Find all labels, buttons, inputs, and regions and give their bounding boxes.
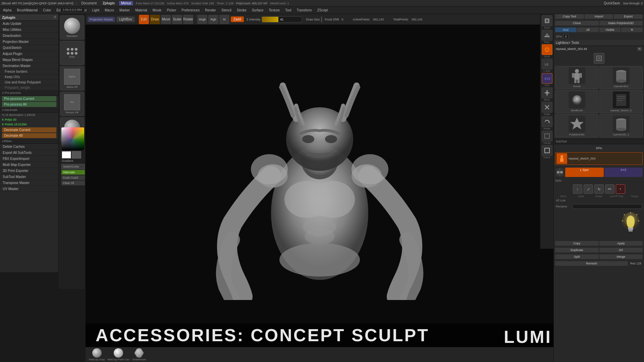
menu-menus[interactable]: Menus xyxy=(119,1,133,5)
menu-alpha[interactable]: Alpha xyxy=(1,8,13,12)
copy-tool-btn[interactable]: Copy Tool xyxy=(555,14,584,19)
menu-stroke[interactable]: Stroke xyxy=(235,8,248,12)
menu-zplugin[interactable]: Zplugin xyxy=(101,1,116,5)
menu-brush[interactable]: BrushMaterial xyxy=(15,8,40,12)
rotate-icon-btn[interactable] xyxy=(542,116,552,127)
menu-zscript[interactable]: ZScript xyxy=(316,8,330,12)
quicksave-btn[interactable]: QuickSave xyxy=(602,1,622,5)
main-viewport[interactable] xyxy=(86,25,553,347)
split-btn[interactable]: Split xyxy=(555,254,599,259)
menu-transform[interactable]: Transform xyxy=(295,8,314,12)
frame-icon-btn[interactable] xyxy=(542,145,552,156)
rename-input[interactable] xyxy=(572,204,642,209)
polypaint-weight[interactable]: Polypaint_weight xyxy=(0,85,58,90)
menu-document[interactable]: Document xyxy=(79,1,98,5)
goz-btn[interactable]: GoZ xyxy=(555,27,577,32)
lightbox-tools-label[interactable]: Lightbox> Tools xyxy=(554,40,644,46)
menu-preferences[interactable]: Preferences xyxy=(180,8,201,12)
switch-color-btn[interactable]: SwitchColor xyxy=(61,164,85,169)
export-all-subtools[interactable]: Export All SubTools xyxy=(0,150,58,156)
menu-marker[interactable]: Marker xyxy=(118,8,131,12)
texture-off-brush[interactable]: Tex Texture Off xyxy=(60,92,84,116)
left-projection-master[interactable]: Projection Master xyxy=(0,39,58,45)
visible-btn[interactable]: Visible xyxy=(599,27,621,32)
tool-thumb-repseal[interactable]: repseal_Sketch_0 xyxy=(599,90,643,113)
pre-process-current-btn[interactable]: Pre-process Current xyxy=(2,96,56,101)
tool-thumb-cylinder[interactable]: Cylinder3D1 xyxy=(599,66,643,89)
tool-thumb-skinbrush[interactable]: S SkinBrush xyxy=(555,90,598,113)
clone-btn[interactable]: Clone xyxy=(555,21,599,25)
scoll-icon-btn[interactable] xyxy=(542,44,552,55)
z-intensity-slider[interactable]: 41 xyxy=(262,16,302,22)
transpose-master[interactable]: Transpose Master xyxy=(0,180,58,186)
dots-brush[interactable]: Dots xyxy=(60,41,84,65)
standard-brush[interactable]: Standard xyxy=(60,15,84,40)
subtool-toggle-btn[interactable]: SPix xyxy=(556,146,642,150)
import-btn[interactable]: Import xyxy=(585,14,613,19)
alternate-btn[interactable]: Alternate xyxy=(61,170,85,175)
projection-master-btn[interactable]: Projection Master xyxy=(88,17,115,22)
left-adjust-plugin[interactable]: Adjust Plugin xyxy=(0,51,58,57)
keep-uvs[interactable]: Keep UVs xyxy=(0,74,58,80)
scroll-icon-btn[interactable] xyxy=(542,15,552,26)
menu-light[interactable]: Light xyxy=(91,8,101,12)
tool-thumb-cylinder2[interactable]: Cylinder3D_1 xyxy=(599,114,643,137)
move-icon[interactable]: ↕ xyxy=(573,184,582,194)
zplugin-refresh-icon[interactable]: ↺ xyxy=(53,15,56,19)
delete-caches[interactable]: Delete Caches xyxy=(0,144,58,150)
snake-hook-btn[interactable]: SnakeHook xyxy=(132,348,146,361)
menu-macro[interactable]: Macro xyxy=(103,8,116,12)
menu-color[interactable]: Color xyxy=(41,8,53,12)
menu-texture[interactable]: Texture xyxy=(267,8,281,12)
menu-picker[interactable]: Picker xyxy=(165,8,178,12)
alpha-off-brush[interactable]: Alpha Alpha Off xyxy=(60,66,84,90)
use-pp-icon[interactable]: PP xyxy=(605,184,614,194)
zadd-btn[interactable]: Zadd xyxy=(231,16,244,22)
clear-all-btn[interactable]: Clear All xyxy=(61,181,85,185)
xyz-btn-r[interactable]: XYZ xyxy=(604,168,643,177)
3d-print-exporter[interactable]: 3D Print Exporter xyxy=(0,168,58,174)
decimate-all-btn[interactable]: Decimate All xyxy=(2,133,56,138)
menu-stencil[interactable]: Stencil xyxy=(220,8,233,12)
draw-btn[interactable]: Draw xyxy=(150,15,160,24)
left-misc-utilities[interactable]: Misc Utilities xyxy=(0,27,58,33)
subtool-item-active[interactable]: repseal_sketch_003 xyxy=(555,152,643,165)
duplicate-btn[interactable]: Duplicate xyxy=(555,248,599,252)
transp-icon[interactable]: T xyxy=(616,184,625,194)
left-auto-update[interactable]: Auto Update xyxy=(0,21,58,27)
swatch-white[interactable] xyxy=(62,151,71,159)
rgb-btn[interactable]: Rgb xyxy=(208,15,218,24)
matcap-gray-btn[interactable]: MatCap Gray xyxy=(89,348,105,361)
delete-btn[interactable]: Drl xyxy=(599,248,643,252)
move-icon-btn[interactable] xyxy=(542,87,552,98)
lsym-btn[interactable]: L-Sym xyxy=(565,168,604,177)
left-deactivation[interactable]: Deactivation xyxy=(0,33,58,39)
menu-render[interactable]: Render xyxy=(203,8,218,12)
export-btn[interactable]: Export xyxy=(614,14,643,19)
freeze-borders[interactable]: Freeze borders xyxy=(0,69,58,74)
spix-value[interactable]: 3 xyxy=(564,34,569,39)
left-decimation-master[interactable]: Decimation Master xyxy=(0,63,58,69)
matcap-pearl-btn[interactable]: MatCap Pearl Cav xyxy=(108,348,129,361)
cust-btn[interactable]: Custi Cust2 xyxy=(61,175,85,180)
subtool-master[interactable]: SubTool Master xyxy=(0,174,58,180)
scale-btn[interactable]: Scale xyxy=(172,15,182,24)
floor-icon-btn[interactable] xyxy=(542,30,552,41)
menu-material[interactable]: Material xyxy=(133,8,149,12)
merge-btn[interactable]: Merge xyxy=(599,254,643,259)
all-btn[interactable]: All xyxy=(577,27,599,32)
xyz-icon-btn[interactable]: XYZ xyxy=(542,73,552,84)
menu-surface[interactable]: Surface xyxy=(250,8,265,12)
uv-master[interactable]: UV Master xyxy=(0,186,58,192)
lightbox-btn[interactable]: LightBox xyxy=(116,16,135,22)
menu-tool[interactable]: Tool xyxy=(283,8,293,12)
rotate-icon[interactable]: ↻ xyxy=(594,184,604,194)
tool-thumb-actual[interactable]: Actual xyxy=(555,66,598,89)
scroll-icon-right[interactable] xyxy=(594,53,604,64)
transp-icon-btn[interactable] xyxy=(542,131,552,141)
multi-map-exporter[interactable]: Multi Map Exporter xyxy=(0,162,58,168)
menu-movie[interactable]: Movie xyxy=(151,8,163,12)
apply-btn[interactable]: Apply xyxy=(599,241,643,246)
m-btn[interactable]: M xyxy=(219,15,229,24)
move-btn[interactable]: Move xyxy=(161,15,171,24)
